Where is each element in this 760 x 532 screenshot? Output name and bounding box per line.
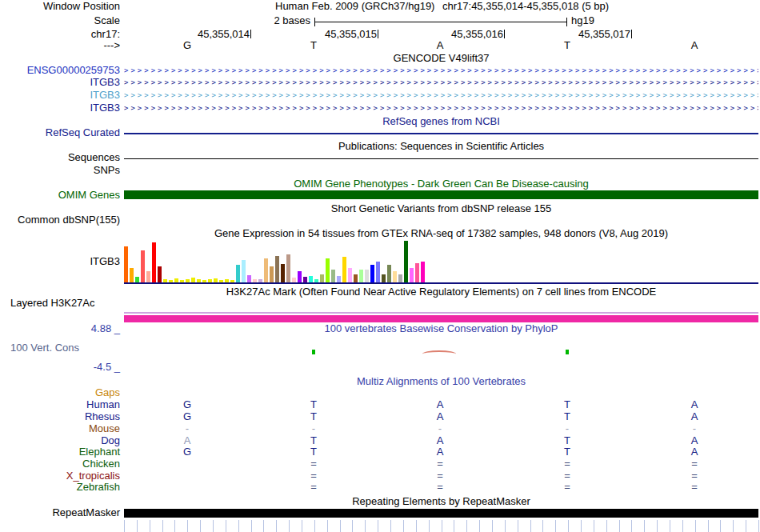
multiz-species-label[interactable]: Chicken [0,458,120,470]
base-position-guide-tick [289,520,290,532]
ruler-tick-label: 45,355,014 [184,29,250,40]
repeatmasker-track-label[interactable]: RepeatMasker [0,507,120,518]
alignment-base: - [687,423,702,434]
base-position-guide-tick [200,520,201,532]
base-position-guide-tick [340,520,341,532]
dbsnp-track-label[interactable]: Common dbSNP(155) [0,214,120,226]
alignment-base: - [433,423,447,434]
repeatmasker-track-title[interactable]: Repeating Elements by RepeatMasker [124,496,758,507]
multiz-species-label[interactable]: Mouse [0,423,120,434]
base-position-guide-tick [226,520,226,532]
base-position-guide-tick [403,520,404,532]
gtex-expression-bar [421,262,425,282]
phylop-positive-bar [566,350,569,354]
alignment-base: A [433,399,447,410]
h3k27ac-track-title[interactable]: H3K27Ac Mark (Often Found Near Active Re… [124,286,758,298]
h3k27ac-track-label[interactable]: Layered H3K27Ac [0,298,120,309]
repeatmasker-bar[interactable] [124,509,758,518]
base-position-guide-tick [352,520,353,532]
gtex-baseline [124,282,758,284]
transcript-arrow-line[interactable]: >>>>>>>>>>>>>>>>>>>>>>>>>>>>>>>>>>>>>>>>… [124,91,758,99]
gtex-expression-bar [303,277,307,282]
base-position-guide-tick [251,520,252,532]
strand-direction-label: ---> [0,40,120,51]
gtex-expression-bar [135,277,139,282]
base-position-guide-tick [746,520,746,532]
base-position-guide-tick [390,520,391,532]
base-position-guide-tick [238,520,239,532]
transcript-arrow-line[interactable]: >>>>>>>>>>>>>>>>>>>>>>>>>>>>>>>>>>>>>>>>… [124,66,758,74]
multiz-species-label[interactable]: Gaps [0,387,120,398]
base-position-guide-tick [263,520,264,532]
refseq-curated-label[interactable]: RefSeq Curated [0,127,120,138]
omim-track-title[interactable]: OMIM Gene Phenotypes - Dark Green Can Be… [124,178,758,190]
multiz-species-label[interactable]: Rhesus [0,411,120,422]
phylop-track-title[interactable]: 100 vertebrates Basewise Conservation by… [124,323,758,334]
gtex-expression-bar [247,275,251,282]
multiz-species-label[interactable]: Human [0,399,120,410]
reference-base: T [560,40,574,51]
refseq-gene-line[interactable] [124,133,758,134]
alignment-base: A [433,446,447,458]
chromosome-label: chr17: [0,29,120,40]
transcript-arrow-line[interactable]: >>>>>>>>>>>>>>>>>>>>>>>>>>>>>>>>>>>>>>>>… [124,78,758,86]
alignment-base: A [433,411,447,422]
gencode-track-title[interactable]: GENCODE V49lift37 [124,53,758,64]
multiz-track-title[interactable]: Multiz Alignments of 100 Vertebrates [124,376,758,387]
phylop-positive-bar [312,350,315,354]
ucsc-genome-browser-tracks-image: Window Position Human Feb. 2009 (GRCh37/… [0,0,760,532]
refseq-track-title[interactable]: RefSeq genes from NCBI [124,116,758,127]
sequences-item-line[interactable] [124,158,758,159]
base-position-guide-tick [720,520,721,532]
gene-item-label[interactable]: ITGB3 [0,77,120,88]
multiz-species-label[interactable]: Dog [0,435,120,446]
assembly-label: Human Feb. 2009 (GRCh37/hg19) [275,1,434,12]
alignment-base: G [180,411,194,422]
scale-value: 2 bases [240,15,310,26]
gene-item-label[interactable]: ITGB3 [0,90,120,101]
scale-assembly-label: hg19 [571,15,594,26]
gtex-expression-bar [236,265,240,282]
gtex-expression-bar [415,263,419,282]
gtex-expression-bar [404,241,408,282]
omim-genes-label[interactable]: OMIM Genes [0,190,120,201]
alignment-base: T [560,399,574,410]
multiz-species-label[interactable]: Zebrafish [0,482,120,493]
phylop-track-label[interactable]: 100 Vert. Cons [0,342,120,354]
h3k27ac-layer-line[interactable] [124,312,758,314]
base-position-guide-tick [708,520,709,532]
transcript-arrow-line[interactable]: >>>>>>>>>>>>>>>>>>>>>>>>>>>>>>>>>>>>>>>>… [124,104,758,112]
h3k27ac-signal-band[interactable] [124,315,758,322]
gtex-expression-bar [359,270,363,282]
gtex-expression-bar [376,262,380,282]
multiz-species-label[interactable]: X_tropicalis [0,470,120,482]
gtex-expression-bar [242,260,246,282]
gtex-track-title[interactable]: Gene Expression in 54 tissues from GTEx … [124,228,758,239]
base-position-guide-tick [505,520,506,532]
alignment-base: A [687,446,702,458]
reference-base: A [687,40,702,51]
gtex-expression-bar [146,271,150,282]
snps-track-label[interactable]: SNPs [0,165,120,176]
gtex-expression-chart[interactable] [124,241,427,282]
gene-item-label[interactable]: ENSG00000259753 [0,65,120,76]
base-position-guide-tick [174,520,175,532]
base-position-guide-tick [466,520,467,532]
ruler-tick [250,30,251,38]
gtex-gene-label[interactable]: ITGB3 [0,256,120,267]
base-position-guide-tick [150,520,150,532]
base-position-guide-tick [733,520,734,532]
multiz-species-label[interactable]: Elephant [0,446,120,458]
omim-gene-bar[interactable] [124,190,758,199]
dbsnp-track-title[interactable]: Short Genetic Variants from dbSNP releas… [124,203,758,214]
alignment-base: = [433,470,447,482]
alignment-base: A [687,435,702,446]
ruler-tick [378,30,378,38]
gene-item-label[interactable]: ITGB3 [0,102,120,114]
sequences-item-label[interactable]: Sequences [0,152,120,163]
gtex-expression-bar [275,256,279,282]
publications-track-title[interactable]: Publications: Sequences in Scientific Ar… [124,141,758,152]
base-position-guide-tick [530,520,531,532]
base-position-guide-tick [492,520,493,532]
gtex-expression-bar [141,250,145,282]
